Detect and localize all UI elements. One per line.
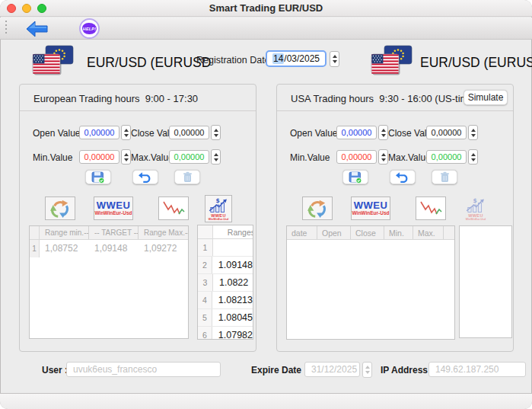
open-value-label: Open Value xyxy=(290,128,338,139)
expire-date-field[interactable]: 31/12/2025 xyxy=(304,362,360,377)
save-button[interactable] xyxy=(342,170,368,184)
wweu-logo: WWEU xyxy=(354,201,388,210)
wweu-chart-logo-icon: $ xyxy=(464,197,487,214)
open-value-field[interactable]: 0,00000 xyxy=(336,126,377,139)
chart-button[interactable] xyxy=(416,197,446,220)
min-value-field[interactable]: 0,00000 xyxy=(79,150,119,164)
max-value-label: Max.Value xyxy=(131,152,174,163)
recycle-button[interactable] xyxy=(302,197,333,220)
cell-range-min: 1,08752 xyxy=(40,240,89,257)
cell-target: 1,09148 xyxy=(89,240,139,257)
back-button[interactable] xyxy=(25,20,49,38)
max-value-stepper[interactable] xyxy=(211,149,221,165)
min-value-field[interactable]: 0,00000 xyxy=(336,150,377,164)
wweu-chart-button[interactable]: $ WWEU WinWinEur-Usd xyxy=(462,195,489,222)
list-item[interactable]: 6 1.07982 xyxy=(198,327,253,340)
col-max: Max. xyxy=(413,226,444,239)
ranges-table-header: Ranges xyxy=(198,225,253,239)
simulate-button[interactable]: Simulate xyxy=(464,90,508,105)
user-label: User : xyxy=(42,365,68,375)
ip-address-field[interactable]: 149.62.187.250 xyxy=(428,362,526,377)
wweu-chart-button[interactable]: $ WWEU WinWinEur-Usd xyxy=(205,195,232,222)
window-title: Smart Trading EUR/USD xyxy=(0,2,532,14)
open-value-stepper[interactable] xyxy=(121,125,131,140)
divider xyxy=(277,110,513,111)
candlestick-chart-icon xyxy=(161,200,186,218)
open-value-stepper[interactable] xyxy=(378,125,388,140)
save-icon xyxy=(91,171,105,184)
expire-date-stepper[interactable] xyxy=(362,362,372,378)
drag-handle[interactable] xyxy=(5,21,7,36)
ip-address-label: IP Address xyxy=(381,365,428,375)
chart-button[interactable] xyxy=(158,197,189,220)
wweu-logo-subtitle: WinWinEur-Usd xyxy=(95,210,132,216)
min-value-label: Min.Value xyxy=(290,152,330,163)
close-value-field[interactable]: 0,00000 xyxy=(426,126,467,139)
undo-button[interactable] xyxy=(390,170,416,184)
min-value-stepper[interactable] xyxy=(378,149,388,165)
list-item[interactable]: 5 1.08045 xyxy=(198,309,253,327)
max-value-stepper[interactable] xyxy=(468,149,478,165)
cell-range-max: 1,09272 xyxy=(139,240,188,257)
table-row[interactable]: 1 1,08752 1,09148 1,09272 xyxy=(30,240,188,257)
registration-date-stepper[interactable] xyxy=(330,51,339,67)
delete-icon xyxy=(183,171,193,183)
delete-button[interactable] xyxy=(174,170,200,184)
list-item[interactable]: 4 1.08213 xyxy=(198,292,253,309)
wweu-chart-logo-icon: $ xyxy=(207,197,230,214)
expire-date-label: Expire Date xyxy=(251,365,301,375)
save-button[interactable] xyxy=(85,170,111,184)
eu-us-flags-icon xyxy=(371,45,413,77)
undo-button[interactable] xyxy=(132,170,158,184)
symbol-label-left: EUR/USD (EURUSD xyxy=(87,55,211,71)
symbol-label-right: EUR/USD (EURUSD xyxy=(420,55,532,71)
user-input[interactable]: uvuk6eus_francesco xyxy=(66,362,221,377)
back-arrow-icon xyxy=(25,20,49,38)
list-item[interactable]: 1 xyxy=(198,239,253,257)
min-value-label: Min.Value xyxy=(33,152,72,163)
undo-icon xyxy=(139,171,152,183)
range-table: Range min.-- -- TARGET -- Range Max.-- 1… xyxy=(29,225,189,339)
delete-icon xyxy=(440,171,450,183)
app-window: Smart Trading EUR/USD HELP! xyxy=(0,0,532,409)
status-bar xyxy=(0,393,532,409)
max-value-field[interactable]: 0,00000 xyxy=(426,150,467,164)
close-value-stepper[interactable] xyxy=(468,125,478,140)
toolbar: HELP! xyxy=(0,18,532,40)
delete-button[interactable] xyxy=(432,170,457,184)
col-target: -- TARGET -- xyxy=(89,226,139,239)
wweu-logo-subtitle: WinWinEur-Usd xyxy=(352,210,390,216)
recycle-button[interactable] xyxy=(45,197,75,220)
row-number: 1 xyxy=(30,240,40,257)
open-value-field[interactable]: 0,00000 xyxy=(79,126,119,139)
wweu-logo: WWEU xyxy=(97,201,131,210)
range-table-header: Range min.-- -- TARGET -- Range Max.-- xyxy=(30,226,188,240)
help-badge-icon: HELP! xyxy=(82,23,97,34)
svg-text:$: $ xyxy=(216,197,220,204)
wweu-chart-sublabel: WinWinEur-Usd xyxy=(209,218,228,221)
max-value-label: Max.Value xyxy=(388,152,431,163)
min-value-stepper[interactable] xyxy=(121,149,131,165)
max-value-field[interactable]: 0,00000 xyxy=(169,150,209,164)
candlestick-chart-icon xyxy=(418,200,444,218)
history-table-header: date Open Close Min. Max. xyxy=(287,226,454,240)
list-item[interactable]: 2 1.09148 xyxy=(198,257,253,274)
save-icon xyxy=(349,171,362,184)
registration-date-label: Registration Date xyxy=(196,55,270,66)
european-panel: European Trading hours 9:00 - 17:30 Open… xyxy=(19,84,256,352)
col-ranges: Ranges xyxy=(213,225,253,238)
ranges-side-panel xyxy=(459,225,512,338)
registration-date-field[interactable]: 14/03/2025 xyxy=(266,50,327,67)
list-item[interactable]: 3 1.0822 xyxy=(198,274,253,292)
help-button[interactable]: HELP! xyxy=(79,18,100,39)
col-close: Close xyxy=(351,226,384,239)
close-value-field[interactable]: 0,00000 xyxy=(169,126,209,139)
usa-panel-title: USA Trading hours 9:30 - 16:00 (US-time) xyxy=(291,93,477,104)
date-selected-text: 14 xyxy=(272,53,284,64)
close-value-stepper[interactable] xyxy=(211,125,221,140)
eu-us-flags-icon xyxy=(32,45,75,77)
wweu-logo-button[interactable]: WWEU WinWinEur-Usd xyxy=(351,197,390,220)
wweu-logo-button[interactable]: WWEU WinWinEur-Usd xyxy=(94,197,133,220)
date-rest-text: /03/2025 xyxy=(284,53,320,64)
svg-text:$: $ xyxy=(473,197,477,204)
